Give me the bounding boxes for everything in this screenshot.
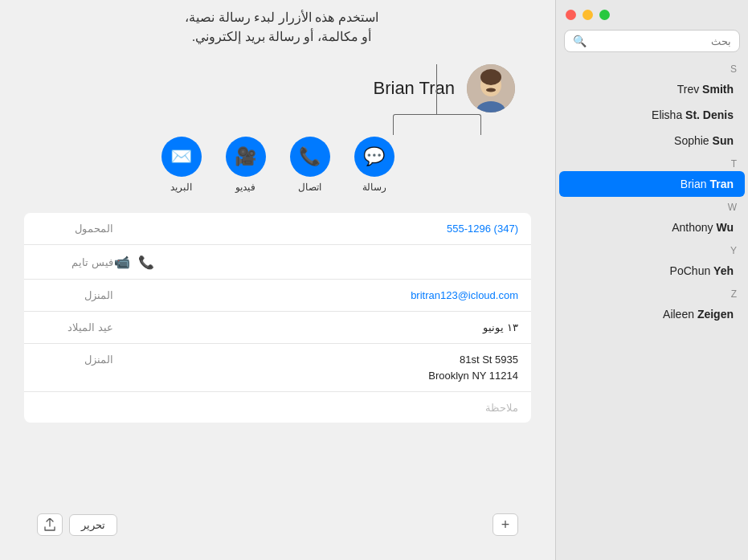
facetime-audio-icon[interactable]: 📞 [137, 253, 155, 271]
mail-action-icon: ✉️ [161, 137, 202, 177]
facetime-field-row: 📞 📹 فيس تايم [24, 245, 531, 280]
search-bar: 🔍 [564, 30, 740, 52]
section-header-z: Z [556, 284, 748, 301]
message-action-button[interactable]: 💬 رسالة [354, 137, 394, 193]
contact-fields: (347) 555-1296 المحمول 📞 📹 فيس تايم brit… [24, 213, 531, 423]
call-action-button[interactable]: 📞 اتصال [290, 137, 330, 193]
contact-item-anthony-wu[interactable]: Anthony Wu [559, 215, 745, 240]
search-icon: 🔍 [573, 35, 587, 47]
window-minimize-button[interactable] [582, 10, 593, 20]
mobile-value: (347) 555-1296 [113, 223, 518, 235]
app-window: استخدم هذه الأزرار لبدء رسالة نصية، أو م… [0, 0, 748, 560]
section-header-y: Y [556, 240, 748, 258]
contact-item-trev-smith[interactable]: Trev Smith [559, 76, 745, 102]
window-close-button[interactable] [566, 10, 576, 20]
share-button[interactable] [37, 513, 63, 536]
contact-name: Brian Tran [374, 78, 456, 99]
message-action-label: رسالة [362, 182, 386, 193]
mobile-field-row: (347) 555-1296 المحمول [24, 213, 531, 245]
contact-item-elisha-stDenis[interactable]: Elisha St. Denis [559, 102, 745, 128]
search-input[interactable] [591, 35, 731, 47]
section-header-t: T [556, 153, 748, 171]
birthday-field-row: ١٣ يونيو عيد الميلاد [24, 312, 531, 344]
video-action-button[interactable]: 🎥 فيديو [226, 137, 266, 193]
mail-action-button[interactable]: ✉️ البريد [161, 137, 202, 193]
sidebar: 🔍 S Trev Smith Elisha St. Denis Sophie S… [555, 0, 748, 560]
tooltip-annotation: استخدم هذه الأزرار لبدء رسالة نصية، أو م… [40, 8, 523, 47]
contact-item-pochun-yeh[interactable]: PoChun Yeh [559, 258, 745, 284]
annotation-line1: استخدم هذه الأزرار لبدء رسالة نصية، [40, 8, 523, 27]
home-email-label: المنزل [49, 289, 113, 301]
bottom-toolbar: تحرير + [24, 505, 531, 544]
contact-avatar [467, 64, 515, 112]
message-action-icon: 💬 [354, 137, 394, 177]
note-placeholder: ملاحظة [485, 402, 518, 414]
action-buttons: 💬 رسالة 📞 اتصال 🎥 فيديو ✉️ البريد [24, 137, 531, 193]
svg-point-3 [486, 88, 496, 92]
contact-item-aileen-zeigen[interactable]: Aileen Zeigen [559, 301, 745, 327]
video-action-label: فيديو [235, 182, 255, 193]
mail-action-label: البريد [170, 182, 192, 193]
svg-point-2 [480, 69, 501, 85]
annotation-line2: أو مكالمة، أو رسالة بريد إلكتروني. [40, 27, 523, 47]
add-button[interactable]: + [493, 513, 518, 536]
birthday-value: ١٣ يونيو [113, 321, 518, 333]
contact-item-brian-tran[interactable]: Brian Tran [559, 171, 745, 197]
facetime-video-icon[interactable]: 📹 [113, 253, 131, 271]
main-layout: Brian Tran [0, 0, 748, 560]
facetime-icons: 📞 📹 [113, 253, 518, 271]
section-header-w: W [556, 197, 748, 215]
contact-header: Brian Tran [24, 64, 531, 112]
mobile-label: المحمول [49, 223, 113, 235]
home-address-value: 5935 81st StBrooklyn NY 11214 [113, 352, 518, 383]
video-action-icon: 🎥 [226, 137, 266, 177]
section-header-s: S [556, 59, 748, 76]
call-action-label: اتصال [298, 182, 321, 193]
note-row: ملاحظة [24, 392, 531, 423]
contact-item-sophie-sun[interactable]: Sophie Sun [559, 128, 745, 153]
edit-button[interactable]: تحرير [69, 514, 117, 536]
home-address-field-row: 5935 81st StBrooklyn NY 11214 المنزل [24, 344, 531, 392]
call-action-icon: 📞 [290, 137, 330, 177]
contact-list: S Trev Smith Elisha St. Denis Sophie Sun… [556, 59, 748, 560]
window-maximize-button[interactable] [599, 10, 610, 20]
sidebar-titlebar [556, 0, 748, 27]
home-email-field-row: britran123@icloud.com المنزل [24, 280, 531, 312]
home-address-label: المنزل [49, 352, 113, 366]
contact-detail-panel: Brian Tran [0, 0, 555, 560]
birthday-label: عيد الميلاد [49, 321, 113, 333]
facetime-label: فيس تايم [49, 256, 113, 268]
home-email-value: britran123@icloud.com [113, 289, 518, 301]
